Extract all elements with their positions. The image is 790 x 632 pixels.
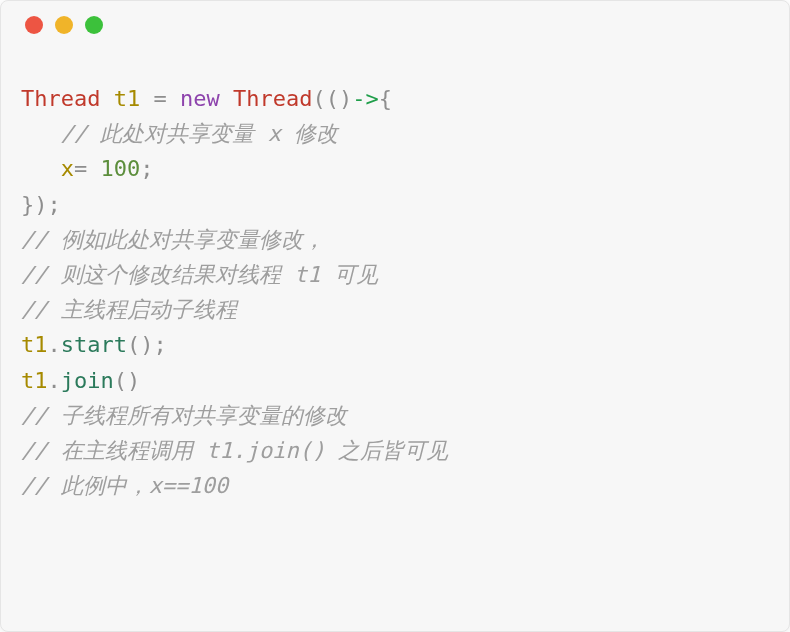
token-punct: (); (127, 332, 167, 357)
code-comment: // 在主线程调用 t1.join() 之后皆可见 (21, 438, 448, 463)
maximize-icon[interactable] (85, 16, 103, 34)
token-method: start (61, 332, 127, 357)
code-comment: // 例如此处对共享变量修改， (21, 227, 325, 252)
token-variable: x (61, 156, 74, 181)
token-punct: = (74, 156, 101, 181)
token-punct: (() (312, 86, 352, 111)
code-line: t1.start(); (21, 332, 167, 357)
token-punct: () (114, 368, 141, 393)
code-line: t1.join() (21, 368, 140, 393)
token-variable: t1 (21, 332, 48, 357)
token-punct: . (48, 368, 61, 393)
minimize-icon[interactable] (55, 16, 73, 34)
close-icon[interactable] (25, 16, 43, 34)
code-comment: // 此例中，x==100 (21, 473, 228, 498)
token-punct: ; (140, 156, 153, 181)
code-line: }); (21, 192, 61, 217)
code-line: x= 100; (21, 156, 154, 181)
code-comment: // 则这个修改结果对线程 t1 可见 (21, 262, 378, 287)
token-type: Thread (21, 86, 100, 111)
window-titlebar (1, 1, 789, 49)
code-line: Thread t1 = new Thread(()->{ (21, 86, 392, 111)
code-window: Thread t1 = new Thread(()->{ // 此处对共享变量 … (0, 0, 790, 632)
token-punct: = (140, 86, 180, 111)
code-comment: // 主线程启动子线程 (21, 297, 237, 322)
token-indent (21, 156, 61, 181)
token-punct: . (48, 332, 61, 357)
token-variable: t1 (21, 368, 48, 393)
token-method: join (61, 368, 114, 393)
token-arrow: -> (352, 86, 379, 111)
code-comment: // 此处对共享变量 x 修改 (21, 121, 338, 146)
code-comment: // 子线程所有对共享变量的修改 (21, 403, 347, 428)
token-punct: { (379, 86, 392, 111)
token-number: 100 (101, 156, 141, 181)
code-block: Thread t1 = new Thread(()->{ // 此处对共享变量 … (1, 49, 789, 523)
token-keyword: new (180, 86, 220, 111)
token-type: Thread (220, 86, 313, 111)
token-variable: t1 (114, 86, 141, 111)
